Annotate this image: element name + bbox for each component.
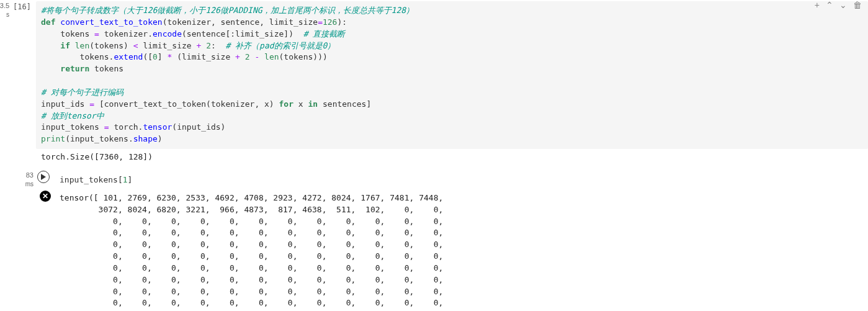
svg-marker-0 xyxy=(41,174,46,180)
code-input[interactable]: #将每个句子转成数字（大于126做截断，小于126做PADDING，加上首尾两个… xyxy=(36,1,868,149)
code-cell-2: 83ms ✕ input_tokens[1] tensor([ 101, 276… xyxy=(0,169,868,311)
cell-gutter: 3.5s [16] xyxy=(0,1,36,168)
move-down-icon[interactable]: ⌄ xyxy=(839,0,847,10)
move-up-icon[interactable]: ⌃ xyxy=(826,0,833,10)
cell-output: torch.Size([7360, 128]) xyxy=(36,149,868,168)
exec-time: 3.5s xyxy=(0,1,9,19)
code-cell-1: + ⌃ ⌄ 🗑 3.5s [16] #将每个句子转成数字（大于126做截断，小于… xyxy=(0,0,868,169)
cell-output: tensor([ 101, 2769, 6230, 2533, 4692, 47… xyxy=(55,190,868,311)
add-cell-icon[interactable]: + xyxy=(815,0,820,10)
code-input[interactable]: input_tokens[1] xyxy=(55,171,868,190)
cell-gutter: 83ms xyxy=(0,171,36,311)
exec-count: [16] xyxy=(13,2,31,12)
run-button[interactable] xyxy=(37,171,50,183)
play-icon xyxy=(41,174,46,180)
delete-cell-icon[interactable]: 🗑 xyxy=(853,0,862,10)
exec-time: 83ms xyxy=(0,171,34,189)
cell-toolbar: + ⌃ ⌄ 🗑 xyxy=(815,0,862,10)
error-icon: ✕ xyxy=(40,191,51,202)
